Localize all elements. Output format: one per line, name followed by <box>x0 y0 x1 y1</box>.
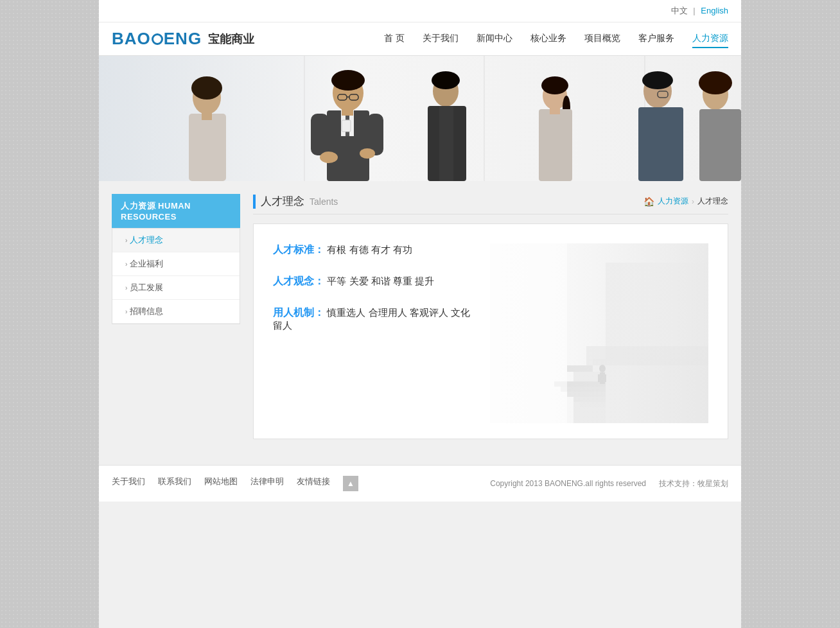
breadcrumb: 🏠 人力资源 › 人才理念 <box>643 196 728 207</box>
talent-label-standard: 人才标准： <box>273 244 324 255</box>
footer-link-contact[interactable]: 联系我们 <box>158 476 191 491</box>
talent-text: 人才标准： 有根 有德 有才 有功 人才观念： 平等 关爱 和谐 尊重 提升 用… <box>273 243 477 426</box>
svg-point-27 <box>541 76 568 94</box>
nav-service[interactable]: 客户服务 <box>638 30 674 48</box>
breadcrumb-section-link[interactable]: 人力资源 <box>658 196 688 207</box>
logo-chinese: 宝能商业 <box>208 31 254 47</box>
site-footer: 关于我们 联系我们 网站地图 法律申明 友情链接 ▲ Copyright 201… <box>99 465 741 502</box>
sidebar-label-talent: 人才理念 <box>130 234 163 246</box>
svg-rect-18 <box>311 114 329 155</box>
language-bar: 中文 | English <box>99 0 741 22</box>
copyright-text: Copyright 2013 BAONENG.all rights reserv… <box>490 479 646 488</box>
logo-text: BAOENG <box>112 29 202 49</box>
content-illustration <box>490 243 708 426</box>
svg-point-21 <box>360 148 375 159</box>
banner-illustration <box>99 56 741 181</box>
svg-rect-16 <box>342 120 351 132</box>
title-blue-bar <box>253 195 256 209</box>
sidebar-label-recruitment: 招聘信息 <box>130 306 163 317</box>
svg-rect-25 <box>439 106 453 181</box>
svg-rect-54 <box>490 243 567 423</box>
nav-projects[interactable]: 项目概览 <box>584 30 620 48</box>
content-area: 人才理念 Talents 🏠 人力资源 › 人才理念 人才标准： 有根 有德 有… <box>240 194 728 439</box>
svg-point-23 <box>432 71 460 89</box>
svg-rect-29 <box>539 109 572 181</box>
talent-item-standard: 人才标准： 有根 有德 有才 有功 <box>273 243 477 257</box>
arrow-icon: › <box>125 237 127 244</box>
sidebar-label-development: 员工发展 <box>130 282 163 293</box>
arrow-icon-3: › <box>125 284 127 292</box>
sidebar: 人力资源 HUMAN RESOURCES › 人才理念 › 企业福利 › 员工发… <box>112 194 240 439</box>
page-title-en: Talents <box>310 196 338 207</box>
scroll-top-button[interactable]: ▲ <box>343 476 358 491</box>
logo[interactable]: BAOENG 宝能商业 <box>112 29 254 49</box>
talent-value-concept: 平等 关爱 和谐 尊重 提升 <box>327 275 434 286</box>
footer-link-friends[interactable]: 友情链接 <box>297 476 330 491</box>
content-box: 人才标准： 有根 有德 有才 有功 人才观念： 平等 关爱 和谐 尊重 提升 用… <box>253 223 728 439</box>
lang-chinese-link[interactable]: 中文 <box>671 6 688 15</box>
footer-link-about[interactable]: 关于我们 <box>112 476 145 491</box>
logo-o-circle <box>152 33 163 45</box>
nav-about[interactable]: 关于我们 <box>423 30 459 48</box>
page-title-left: 人才理念 Talents <box>253 194 338 209</box>
main-content: 人力资源 HUMAN RESOURCES › 人才理念 › 企业福利 › 员工发… <box>99 181 741 452</box>
nav-hr[interactable]: 人力资源 <box>692 30 728 48</box>
page-title-bar: 人才理念 Talents 🏠 人力资源 › 人才理念 <box>253 194 728 214</box>
sidebar-item-recruitment[interactable]: › 招聘信息 <box>112 300 240 324</box>
svg-rect-17 <box>342 109 353 116</box>
svg-rect-30 <box>550 108 560 114</box>
talent-label-concept: 人才观念： <box>273 275 324 286</box>
sidebar-menu: › 人才理念 › 企业福利 › 员工发展 › 招聘信息 <box>112 228 240 324</box>
sidebar-item-development[interactable]: › 员工发展 <box>112 276 240 300</box>
svg-rect-6 <box>189 114 226 181</box>
footer-link-sitemap[interactable]: 网站地图 <box>204 476 238 491</box>
svg-rect-34 <box>638 107 683 181</box>
svg-point-5 <box>191 76 222 100</box>
breadcrumb-sep: › <box>692 197 694 206</box>
site-header: BAOENG 宝能商业 首 页 关于我们 新闻中心 核心业务 项目概览 客户服务… <box>99 22 741 56</box>
svg-point-32 <box>642 71 673 89</box>
svg-rect-7 <box>202 112 212 120</box>
breadcrumb-current: 人才理念 <box>697 196 728 207</box>
arrow-icon-2: › <box>125 261 127 268</box>
home-icon: 🏠 <box>643 196 654 207</box>
lang-separator: | <box>693 6 695 15</box>
talent-label-mechanism: 用人机制： <box>273 307 324 318</box>
nav-core[interactable]: 核心业务 <box>530 30 566 48</box>
arrow-icon-4: › <box>125 308 127 315</box>
talent-value-standard: 有根 有德 有才 有功 <box>327 244 412 255</box>
lang-english-link[interactable]: English <box>701 6 728 15</box>
nav-news[interactable]: 新闻中心 <box>477 30 512 48</box>
sidebar-item-talent[interactable]: › 人才理念 <box>112 229 240 252</box>
svg-rect-37 <box>699 109 741 181</box>
tech-support-text: 技术支持：牧星策划 <box>659 478 728 489</box>
svg-point-36 <box>699 71 732 94</box>
main-nav: 首 页 关于我们 新闻中心 核心业务 项目概览 客户服务 人力资源 <box>384 30 728 48</box>
svg-point-9 <box>331 70 365 91</box>
footer-right: Copyright 2013 BAONENG.all rights reserv… <box>490 478 728 489</box>
talent-item-mechanism: 用人机制： 慎重选人 合理用人 客观评人 文化留人 <box>273 306 477 332</box>
building-illustration <box>490 243 708 423</box>
footer-link-legal[interactable]: 法律申明 <box>250 476 284 491</box>
sidebar-header: 人力资源 HUMAN RESOURCES <box>112 194 240 228</box>
sidebar-label-welfare: 企业福利 <box>130 258 163 270</box>
page-title-zh: 人才理念 <box>261 194 304 209</box>
svg-point-20 <box>320 152 338 163</box>
nav-home[interactable]: 首 页 <box>384 30 405 48</box>
page-wrapper: 中文 | English BAOENG 宝能商业 首 页 关于我们 新闻中心 核… <box>99 0 741 628</box>
sidebar-item-welfare[interactable]: › 企业福利 <box>112 252 240 276</box>
talent-item-concept: 人才观念： 平等 关爱 和谐 尊重 提升 <box>273 275 477 288</box>
footer-links: 关于我们 联系我们 网站地图 法律申明 友情链接 ▲ <box>112 476 358 491</box>
banner-background <box>99 56 741 181</box>
banner <box>99 56 741 181</box>
